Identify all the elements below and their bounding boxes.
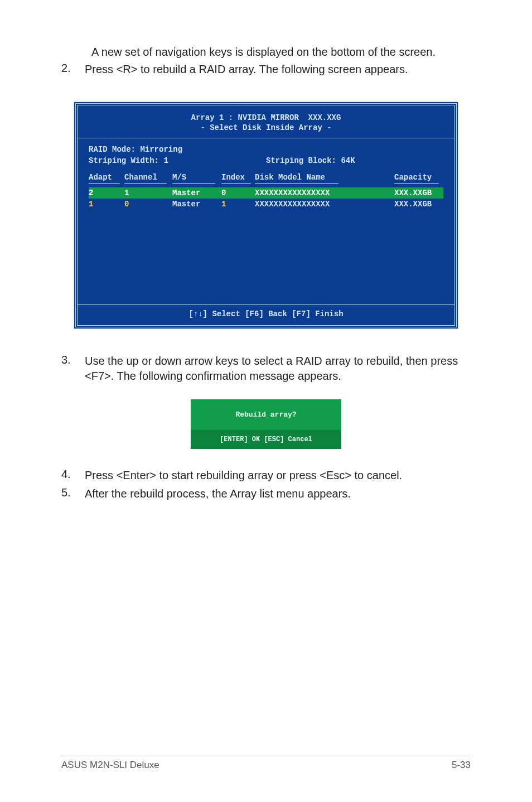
step-2-text: Press <R> to rebuild a RAID array. The f…: [85, 62, 471, 77]
bios-subtitle: - Select Disk Inside Array -: [78, 123, 454, 138]
cell-ms: Master: [172, 189, 221, 197]
col-model: Disk Model Name: [255, 173, 394, 184]
bios-striping-block: Striping Block: 64K: [266, 156, 443, 165]
cell-adapt: 2: [89, 189, 124, 197]
confirm-dialog: Rebuild array? [ENTER] OK [ESC] Cancel: [191, 399, 341, 449]
step-5-text: After the rebuild process, the Array lis…: [85, 486, 471, 501]
cell-index: 1: [221, 200, 255, 209]
step-4: 4. Press <Enter> to start rebuilding arr…: [61, 468, 471, 483]
table-row[interactable]: 1 0 Master 1 XXXXXXXXXXXXXXXX XXX.XXGB: [89, 199, 443, 210]
footer-product: ASUS M2N-SLI Deluxe: [61, 760, 159, 771]
cell-model: XXXXXXXXXXXXXXXX: [255, 200, 394, 209]
intro-text: A new set of navigation keys is displaye…: [91, 45, 471, 60]
step-2-num: 2.: [61, 62, 85, 75]
confirm-question: Rebuild array?: [191, 399, 341, 430]
col-index: Index: [221, 173, 255, 184]
step-5: 5. After the rebuild process, the Array …: [61, 486, 471, 501]
step-4-text: Press <Enter> to start rebuilding array …: [85, 468, 471, 483]
cell-ms: Master: [172, 200, 221, 209]
cell-channel: 1: [124, 189, 172, 197]
step-3: 3. Use the up or down arrow keys to sele…: [61, 354, 471, 384]
col-capacity: Capacity: [394, 173, 443, 184]
step-3-text: Use the up or down arrow keys to select …: [85, 354, 471, 384]
bios-screen: Array 1 : NVIDIA MIRROR XXX.XXG - Select…: [74, 102, 458, 329]
page-footer: ASUS M2N-SLI Deluxe 5-33: [61, 756, 471, 771]
bios-nav-keys: [↑↓] Select [F6] Back [F7] Finish: [78, 305, 454, 325]
cell-adapt: 1: [89, 200, 124, 209]
bios-table-header: Adapt Channel M/S Index Disk Model Name …: [89, 173, 443, 184]
cell-capacity: XXX.XXGB: [394, 200, 443, 209]
step-4-num: 4.: [61, 468, 85, 481]
table-row[interactable]: 2 1 Master 0 XXXXXXXXXXXXXXXX XXX.XXGB: [89, 187, 443, 199]
col-adapt: Adapt: [89, 173, 124, 184]
footer-page-number: 5-33: [452, 760, 471, 771]
col-ms: M/S: [172, 173, 221, 184]
confirm-buttons[interactable]: [ENTER] OK [ESC] Cancel: [191, 430, 341, 449]
bios-raid-mode: RAID Mode: Mirroring: [89, 145, 266, 154]
step-5-num: 5.: [61, 486, 85, 499]
col-channel: Channel: [124, 173, 172, 184]
cell-model: XXXXXXXXXXXXXXXX: [255, 189, 394, 197]
step-3-num: 3.: [61, 354, 85, 366]
cell-capacity: XXX.XXGB: [394, 189, 443, 197]
bios-title: Array 1 : NVIDIA MIRROR XXX.XXG: [78, 105, 454, 123]
cell-index: 0: [221, 189, 255, 197]
cell-channel: 0: [124, 200, 172, 209]
bios-striping-width: Striping Width: 1: [89, 156, 266, 165]
step-2: 2. Press <R> to rebuild a RAID array. Th…: [61, 62, 471, 77]
